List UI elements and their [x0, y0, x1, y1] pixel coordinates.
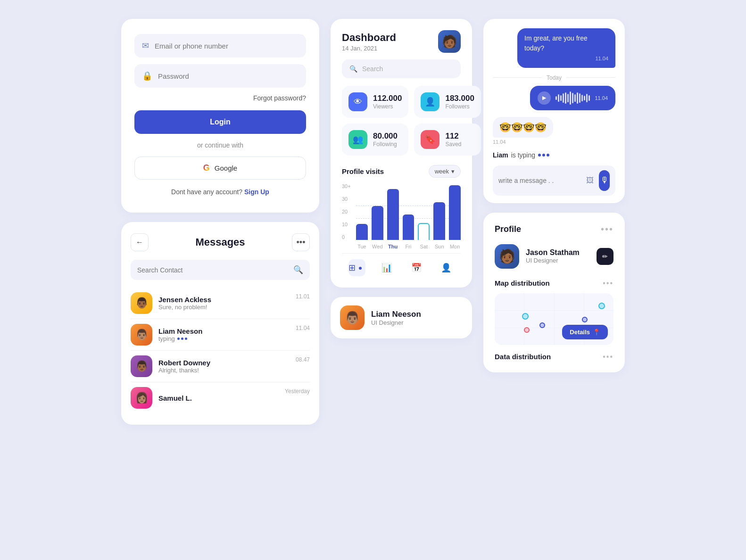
contact-liam[interactable]: 👨🏽 Liam Neeson typing 11.04: [131, 319, 310, 351]
profile-title: Profile: [495, 224, 521, 234]
or-continue-text: or continue with: [134, 141, 306, 149]
waveform: [555, 91, 590, 105]
week-selector[interactable]: week ▾: [429, 165, 461, 178]
edit-profile-button[interactable]: ✏: [597, 248, 613, 265]
more-options-button[interactable]: •••: [292, 233, 310, 251]
contact-name-samuel: Samuel L.: [158, 394, 279, 402]
contact-msg-liam: typing: [158, 335, 290, 342]
liam-role: UI Designer: [371, 319, 421, 326]
password-field-row[interactable]: 🔒: [134, 64, 306, 88]
chart-title: Profile visits: [342, 167, 384, 175]
map-title: Map distribution: [495, 279, 550, 287]
back-button[interactable]: ←: [131, 233, 149, 251]
mic-button[interactable]: 🎙: [599, 170, 610, 191]
x-label-thu: Thu: [387, 244, 399, 249]
email-icon: ✉: [142, 41, 149, 51]
bubble-sent-1-time: 11.04: [524, 55, 608, 63]
typing-dots2: [538, 154, 549, 156]
details-button[interactable]: Details 📍: [562, 325, 608, 339]
chat-input[interactable]: [498, 177, 581, 184]
dashboard-avatar[interactable]: 🧑🏾: [438, 30, 461, 53]
search-contact-bar[interactable]: 🔍: [131, 260, 310, 280]
map-more-button[interactable]: •••: [603, 279, 613, 288]
dashboard-title-block: Dashboard 14 Jan, 2021: [342, 32, 396, 52]
profile-more-button[interactable]: •••: [601, 224, 613, 235]
email-input[interactable]: [155, 42, 298, 50]
viewers-icon: 👁: [348, 92, 367, 111]
emoji-time: 11.04: [493, 139, 553, 145]
msg-emoji: 🤓🤓🤓🤓 11.04: [493, 117, 615, 145]
email-field-row[interactable]: ✉: [134, 34, 306, 58]
stat-following[interactable]: 👥 80.000 Following: [342, 124, 408, 156]
followers-info: 183.000 Followers: [445, 94, 474, 110]
following-number: 80.000: [373, 132, 398, 141]
liam-avatar: 👨🏽: [340, 305, 365, 330]
map-dot-1: [598, 303, 605, 309]
profile-header: Profile •••: [495, 224, 613, 235]
msg-voice: ▶: [493, 86, 615, 110]
liam-header: 👨🏽 Liam Neeson UI Designer: [340, 305, 463, 330]
nav-user[interactable]: 👤: [438, 259, 455, 276]
nav-chart[interactable]: 📊: [378, 259, 395, 276]
contact-msg-robert: Alright, thanks!: [158, 367, 290, 374]
chat-messages: Im great, are you free today? 11.04 Toda…: [493, 28, 615, 159]
bar-mon: [449, 185, 461, 240]
voice-time: 11.04: [595, 95, 608, 101]
data-dist-more-button[interactable]: •••: [603, 353, 613, 361]
dashboard-header: Dashboard 14 Jan, 2021 🧑🏾: [342, 30, 461, 53]
play-button[interactable]: ▶: [538, 91, 551, 105]
x-label-mon: Mon: [449, 244, 461, 249]
bubble-sent-1: Im great, are you free today? 11.04: [517, 28, 615, 68]
chat-input-row[interactable]: 🖼 🎙: [493, 165, 615, 196]
password-input[interactable]: [158, 72, 298, 80]
signup-link[interactable]: Sign Up: [244, 188, 269, 196]
emoji-bubble-wrapper: 🤓🤓🤓🤓 11.04: [493, 117, 553, 145]
dashboard-search-bar[interactable]: 🔍 Search: [342, 59, 461, 78]
profile-card: Profile ••• 🧑🏾 Jason Statham UI Designer…: [483, 213, 625, 372]
liam-preview-card: 👨🏽 Liam Neeson UI Designer: [331, 297, 472, 338]
bar-thu: [387, 189, 399, 240]
following-info: 80.000 Following: [373, 132, 398, 148]
contact-name-liam: Liam Neeson: [158, 327, 290, 335]
image-button[interactable]: 🖼: [586, 172, 594, 189]
bar-mon-fill: [449, 185, 461, 240]
stat-followers[interactable]: 👤 183.000 Followers: [414, 86, 481, 118]
contact-samuel[interactable]: 👩🏽 Samuel L. Yesterday: [131, 382, 310, 413]
search-contact-input[interactable]: [137, 266, 289, 274]
messages-header: ← Messages •••: [131, 233, 310, 251]
dashboard-search-icon: 🔍: [349, 65, 357, 73]
emoji-bubble: 🤓🤓🤓🤓: [493, 117, 553, 138]
followers-label: Followers: [445, 103, 474, 110]
google-button[interactable]: G Google: [134, 156, 306, 180]
y-axis-labels: 30+ 30 20 10 0: [342, 183, 351, 240]
contact-robert[interactable]: 👨🏾 Robert Downey Alright, thanks! 08.47: [131, 351, 310, 382]
stats-grid: 👁 112.000 Viewers 👤 183.000 Followers 👥 …: [342, 86, 461, 156]
bubble-sent-1-text: Im great, are you free today?: [524, 34, 588, 52]
viewers-label: Viewers: [373, 103, 402, 110]
dashboard-search-placeholder: Search: [362, 65, 383, 73]
stat-saved[interactable]: 🔖 112 Saved: [414, 124, 481, 156]
search-contact-icon: 🔍: [293, 265, 303, 275]
contact-time-robert: 08.47: [296, 355, 310, 363]
contact-name-robert: Robert Downey: [158, 359, 290, 367]
contact-time-jensen: 11.01: [296, 292, 310, 300]
x-label-tue: Tue: [356, 244, 368, 249]
login-button[interactable]: Login: [134, 110, 306, 134]
nav-grid[interactable]: ⊞: [348, 259, 365, 276]
viewers-number: 112.000: [373, 94, 402, 103]
today-label: Today: [547, 74, 562, 81]
bottom-nav: ⊞ 📊 📅 👤: [342, 253, 461, 276]
map-distribution-section: Map distribution •••: [495, 279, 613, 345]
data-distribution-section: Data distribution •••: [495, 353, 613, 361]
saved-icon: 🔖: [421, 130, 439, 149]
map-dot-4: [539, 322, 545, 328]
map-area: Details 📍: [495, 293, 613, 345]
nav-calendar[interactable]: 📅: [408, 259, 425, 276]
contact-jensen[interactable]: 👨🏾 Jensen Ackless Sure, no problem! 11.0…: [131, 288, 310, 319]
followers-icon: 👤: [421, 92, 439, 111]
chat-card: Im great, are you free today? 11.04 Toda…: [483, 19, 625, 203]
profile-role: UI Designer: [526, 257, 590, 264]
viewers-info: 112.000 Viewers: [373, 94, 402, 110]
stat-viewers[interactable]: 👁 112.000 Viewers: [342, 86, 408, 118]
map-dot-2: [522, 313, 529, 320]
